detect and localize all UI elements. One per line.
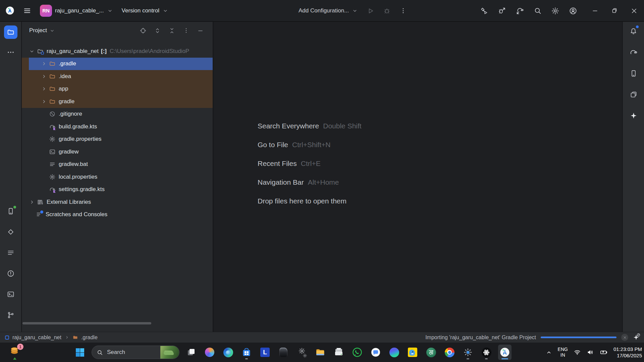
shortcut-hints: Search Everywhere Double Shift Go to Fil… (258, 117, 362, 210)
attach-debugger-icon[interactable] (498, 7, 506, 15)
coins-app-icon[interactable]: 1 (9, 345, 21, 358)
breadcrumb-root[interactable]: raju_garu_cable_net (12, 335, 61, 341)
tree-item-gradle-folder[interactable]: gradle (22, 95, 213, 108)
whatsapp-app-icon[interactable] (351, 345, 364, 360)
file-explorer-app-icon[interactable] (314, 345, 327, 360)
chevron-right-icon[interactable] (40, 99, 48, 105)
gemini-tool-icon[interactable] (627, 109, 640, 122)
chevron-down-icon (107, 8, 113, 14)
shell-script-file-icon (49, 148, 56, 155)
search-everywhere-icon[interactable] (534, 7, 542, 15)
terminal-tool-icon[interactable] (4, 288, 17, 301)
tree-item-build-gradle-kts[interactable]: build.gradle.kts (22, 120, 213, 133)
windows-settings-app-icon[interactable] (461, 345, 475, 360)
minimize-window-icon[interactable] (591, 7, 599, 14)
tree-item-settings-gradle-kts[interactable]: settings.gradle.kts (22, 183, 213, 196)
settings-gear-icon[interactable] (551, 7, 559, 15)
whale-app-icon[interactable] (406, 345, 419, 360)
wallet-sphere-app-icon[interactable] (387, 345, 401, 360)
device-manager-tool-icon[interactable] (627, 67, 640, 80)
tree-item-gitignore[interactable]: .gitignore (22, 108, 213, 121)
hide-panel-icon[interactable] (197, 27, 204, 34)
l-app-icon[interactable]: L (258, 345, 272, 360)
task-view-button[interactable] (184, 345, 198, 360)
chevron-down-icon[interactable] (49, 28, 55, 34)
copilot-app-icon[interactable] (203, 345, 216, 360)
dha-hindi-app-icon[interactable] (424, 345, 438, 360)
build-and-run-icon[interactable] (480, 7, 488, 15)
project-widget[interactable]: RN raju_garu_cable_... (40, 5, 113, 17)
microsoft-store-app-icon[interactable] (240, 345, 253, 360)
taskbar-search[interactable]: Search (92, 346, 179, 359)
device-online-dot (13, 206, 16, 208)
tray-show-hidden-icons[interactable] (546, 349, 552, 356)
restore-window-icon[interactable] (611, 7, 618, 14)
gradle-sync-icon[interactable] (516, 6, 524, 15)
notifications-tool-icon[interactable] (627, 24, 640, 38)
search-highlight-image[interactable] (160, 346, 179, 359)
folder-icon (49, 60, 56, 67)
language-indicator[interactable]: ENG IN (558, 347, 568, 358)
tree-item-idea-folder[interactable]: .idea (22, 70, 213, 83)
horizontal-scrollbar[interactable] (22, 322, 151, 324)
panel-options-icon[interactable] (183, 27, 190, 34)
chevron-right-icon[interactable] (40, 86, 48, 92)
volume-icon[interactable] (587, 349, 594, 356)
tree-item-scratches-and-consoles[interactable]: Scratches and Consoles (22, 208, 213, 221)
kettle-device-app-icon[interactable] (277, 345, 290, 360)
tray-date: 17/06/2025 (613, 352, 642, 359)
breadcrumb-current[interactable]: .gradle (81, 335, 98, 341)
tree-item-app-folder[interactable]: app (22, 83, 213, 96)
running-devices-tool-icon[interactable] (4, 204, 17, 218)
chatgpt-app-icon[interactable] (480, 345, 493, 360)
close-window-icon[interactable] (630, 7, 638, 15)
tree-item-gradlew-bat[interactable]: gradlew.bat (22, 158, 213, 171)
clock-date[interactable]: 01:23:03 PM 17/06/2025 (613, 346, 642, 359)
version-control-tool-icon[interactable] (4, 308, 17, 322)
chevron-right-icon[interactable] (28, 199, 36, 205)
version-control-widget[interactable]: Version control (122, 7, 168, 14)
problems-tool-icon[interactable] (4, 267, 17, 280)
messages-app-icon[interactable] (369, 345, 382, 360)
tree-item-external-libraries[interactable]: External Libraries (22, 196, 213, 208)
system-utility-gears-app-icon[interactable] (295, 345, 309, 360)
scanner-app-icon[interactable] (332, 345, 345, 360)
account-icon[interactable] (569, 7, 577, 15)
tray-time: 01:23:03 PM (613, 346, 642, 353)
cancel-progress-icon[interactable] (621, 334, 628, 341)
android-studio-logo[interactable] (5, 6, 14, 15)
expand-selection-icon[interactable] (154, 27, 161, 34)
tree-item-gradle-dot-folder[interactable]: .gradle (22, 58, 213, 70)
start-button[interactable] (73, 345, 87, 360)
module-icon (5, 335, 9, 340)
more-actions-icon[interactable] (399, 7, 407, 14)
logcat-tool-icon[interactable] (4, 246, 17, 259)
more-tool-windows-icon[interactable] (4, 46, 17, 59)
gradle-tool-icon[interactable] (627, 46, 640, 59)
project-panel-title[interactable]: Project (29, 27, 47, 34)
chevron-down-icon[interactable] (28, 48, 36, 54)
android-studio-app-icon[interactable] (498, 345, 512, 360)
project-tool-button[interactable] (4, 25, 17, 39)
collapse-all-icon[interactable] (168, 27, 175, 34)
chevron-right-icon[interactable] (40, 61, 48, 67)
tree-item-project-root[interactable]: raju_garu_cable_net [:] C:\Users\prade\A… (22, 45, 213, 58)
progress-text[interactable]: Importing 'raju_garu_cable_net' Gradle P… (425, 335, 536, 341)
tree-item-gradle-properties[interactable]: gradle.properties (22, 133, 213, 146)
chevron-down-icon (162, 8, 168, 14)
chevron-right-icon[interactable] (40, 73, 48, 79)
tree-item-local-properties[interactable]: local.properties (22, 171, 213, 183)
wifi-icon[interactable] (574, 349, 581, 356)
edge-app-icon[interactable] (221, 345, 235, 360)
main-menu-icon[interactable] (23, 7, 31, 15)
ai-assistant-status-icon[interactable] (633, 334, 639, 341)
active-running-indicator (501, 358, 508, 359)
device-explorer-tool-icon[interactable] (627, 88, 640, 101)
run-configuration-select[interactable]: Add Configuration... (299, 7, 358, 14)
tree-item-gradlew[interactable]: gradlew (22, 145, 213, 158)
app-quality-insights-tool-icon[interactable] (4, 225, 17, 239)
module-tag: [:] (101, 48, 107, 55)
battery-icon[interactable] (600, 348, 608, 356)
locate-file-icon[interactable] (140, 27, 147, 34)
chrome-app-icon[interactable] (443, 345, 456, 360)
